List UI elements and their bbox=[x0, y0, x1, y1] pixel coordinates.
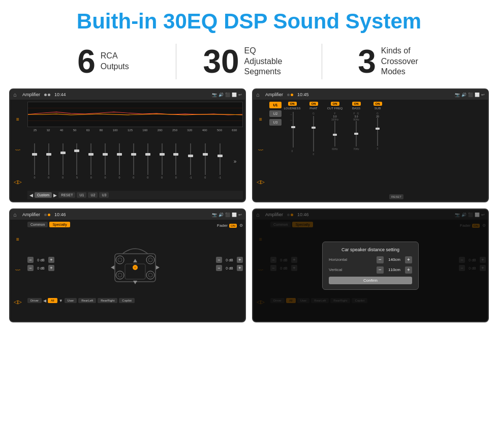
status-icons-2: 📷 🔊 ⬛ ⬜ ↩ bbox=[455, 93, 485, 97]
tab-common[interactable]: Common bbox=[27, 222, 48, 227]
db-minus-1[interactable]: − bbox=[27, 265, 34, 271]
all-btn[interactable]: All bbox=[48, 298, 57, 303]
speaker-icon-3[interactable]: ◁▷ bbox=[14, 299, 22, 305]
volume-icon-1: 🔊 bbox=[219, 93, 224, 97]
svg-point-5 bbox=[118, 258, 122, 262]
vertical-plus-btn[interactable]: + bbox=[405, 266, 412, 274]
custom-btn[interactable]: Custom bbox=[35, 192, 52, 198]
eq-icon-1[interactable]: ≡ bbox=[16, 116, 19, 122]
loudness-on-badge[interactable]: ON bbox=[288, 102, 297, 106]
prev-btn[interactable]: ◀ bbox=[29, 193, 33, 198]
db-plus-1[interactable]: + bbox=[48, 265, 54, 271]
left-sidebar-1: ≡ 〰 ◁▷ bbox=[10, 100, 25, 201]
db-value-3: 0 dB bbox=[223, 266, 236, 270]
eq-graph bbox=[27, 102, 243, 127]
horizontal-minus-btn[interactable]: − bbox=[377, 256, 384, 263]
reset-btn[interactable]: RESET bbox=[58, 192, 75, 198]
sub-on-badge[interactable]: ON bbox=[374, 102, 382, 106]
u3-amp-btn[interactable]: U3 bbox=[269, 119, 282, 126]
phat-slider[interactable] bbox=[313, 116, 314, 152]
cutfreq-on-badge[interactable]: ON bbox=[331, 102, 339, 106]
status-dots-2 bbox=[287, 94, 293, 96]
u3-btn[interactable]: U3 bbox=[99, 192, 109, 198]
screen-fader: ⌂ Amplifier 10:46 📷 🔊 ⬛ ⬜ ↩ ≡ 〰 ◁▷ bbox=[9, 208, 246, 322]
driver-btn[interactable]: Driver bbox=[27, 298, 42, 303]
phat-label: PHAT bbox=[309, 107, 318, 110]
speaker-icon-1[interactable]: ◁▷ bbox=[14, 179, 22, 185]
db-plus-2[interactable]: + bbox=[237, 257, 243, 263]
down-arrow-icon[interactable]: ▼ bbox=[59, 298, 63, 303]
db-plus-3[interactable]: + bbox=[237, 265, 243, 271]
chevron-right-icon[interactable]: » bbox=[234, 159, 237, 164]
u1-btn[interactable]: U1 bbox=[77, 192, 86, 198]
slider-col-5[interactable]: 0 bbox=[105, 143, 106, 179]
left-sidebar-3: ≡ 〰 ◁▷ bbox=[10, 220, 25, 321]
bass-control: ON BASS FG 3.0 90Hz 70Hz bbox=[347, 100, 366, 201]
u1-amp-btn[interactable]: U1 bbox=[269, 102, 282, 108]
eq-main: 25 32 40 50 63 80 100 125 160 200 250 32… bbox=[25, 100, 245, 201]
stat-crossover-number: 3 bbox=[358, 45, 376, 78]
stat-rca-number: 6 bbox=[77, 45, 96, 78]
wave-icon-3[interactable]: 〰 bbox=[15, 267, 20, 273]
horizontal-plus-btn[interactable]: + bbox=[405, 256, 412, 263]
dot3 bbox=[287, 94, 290, 96]
eq-icon-2[interactable]: ≡ bbox=[259, 116, 262, 122]
db-minus-2[interactable]: − bbox=[216, 257, 222, 263]
speaker-icon-2[interactable]: ◁▷ bbox=[257, 179, 265, 185]
window2-icon-2: ⬜ bbox=[475, 93, 480, 97]
phat-on-badge[interactable]: ON bbox=[309, 102, 318, 106]
slider-col-13[interactable]: -1 bbox=[219, 143, 221, 179]
db-minus-0[interactable]: − bbox=[27, 257, 34, 263]
stat-rca: 6 RCAOutputs bbox=[30, 45, 176, 78]
confirm-button[interactable]: Confirm bbox=[329, 277, 412, 284]
screen3-body: ≡ 〰 ◁▷ Common Specialty Fader ON ⚙ bbox=[10, 220, 245, 321]
left-arrow-icon[interactable]: ◀ bbox=[43, 298, 46, 303]
dialog-row-horizontal: Horizontal − 140cm + bbox=[329, 256, 412, 263]
settings-icon-3[interactable]: ⚙ bbox=[239, 223, 243, 228]
slider-col-6[interactable]: 0 bbox=[118, 143, 120, 179]
bass-on-badge[interactable]: ON bbox=[352, 102, 361, 106]
slider-col-0[interactable]: 0 bbox=[34, 143, 35, 179]
wave-icon-1[interactable]: 〰 bbox=[15, 147, 20, 153]
slider-col-11[interactable]: -1 bbox=[190, 143, 192, 179]
slider-col-7[interactable]: 0 bbox=[133, 143, 134, 179]
dialog-title: Car speaker distance setting bbox=[329, 247, 412, 252]
rearright-btn[interactable]: RearRight bbox=[98, 298, 117, 303]
rearleft-btn[interactable]: RearLeft bbox=[78, 298, 96, 303]
fader-controls-left: − 0 dB + − 0 dB + bbox=[27, 231, 54, 297]
slider-col-10[interactable]: 0 bbox=[175, 143, 177, 179]
copilot-btn[interactable]: Copilot bbox=[119, 298, 135, 303]
slider-col-2[interactable]: 0 bbox=[62, 143, 64, 179]
u2-amp-btn[interactable]: U2 bbox=[269, 110, 282, 117]
status-bar-2: ⌂ Amplifier 10:45 📷 🔊 ⬛ ⬜ ↩ bbox=[253, 89, 488, 100]
slider-col-8[interactable]: 0 bbox=[147, 143, 148, 179]
slider-col-3[interactable]: 5 bbox=[76, 143, 78, 179]
screen2-body: ≡ 〰 ◁▷ U1 U2 U3 .amp-cg { display:flex; … bbox=[253, 100, 488, 201]
u2-btn[interactable]: U2 bbox=[88, 192, 98, 198]
slider-col-1[interactable]: 0 bbox=[48, 143, 49, 179]
loudness-slider[interactable] bbox=[293, 112, 294, 147]
stats-row: 6 RCAOutputs 30 EQ AdjustableSegments 3 … bbox=[0, 40, 498, 86]
back-icon-2: ↩ bbox=[481, 93, 485, 97]
status-dots-3 bbox=[44, 214, 50, 216]
vertical-minus-btn[interactable]: − bbox=[377, 266, 384, 274]
tab-specialty[interactable]: Specialty bbox=[49, 222, 70, 227]
wave-icon-2[interactable]: 〰 bbox=[258, 147, 263, 153]
next-btn[interactable]: ▶ bbox=[53, 193, 57, 198]
cutfreq-slider[interactable] bbox=[334, 121, 335, 146]
slider-col-12[interactable]: 0 bbox=[204, 143, 206, 179]
eq-icon-3[interactable]: ≡ bbox=[16, 236, 19, 242]
user-btn[interactable]: User bbox=[65, 298, 77, 303]
db-minus-3[interactable]: − bbox=[216, 265, 222, 271]
slider-col-4[interactable]: 0 bbox=[90, 143, 92, 179]
slider-col-9[interactable]: 0 bbox=[161, 143, 163, 179]
bass-slider[interactable] bbox=[356, 121, 357, 146]
db-value-0: 0 dB bbox=[35, 258, 47, 262]
fader-label: Fader bbox=[217, 223, 228, 228]
sub-slider[interactable] bbox=[377, 118, 378, 146]
db-plus-0[interactable]: + bbox=[48, 257, 54, 263]
stat-crossover: 3 Kinds ofCrossover Modes bbox=[322, 45, 468, 78]
dialog-row-vertical: Vertical − 110cm + bbox=[329, 266, 412, 274]
fader-on-badge[interactable]: ON bbox=[229, 224, 237, 228]
reset-amp-btn[interactable]: RESET bbox=[389, 194, 403, 199]
